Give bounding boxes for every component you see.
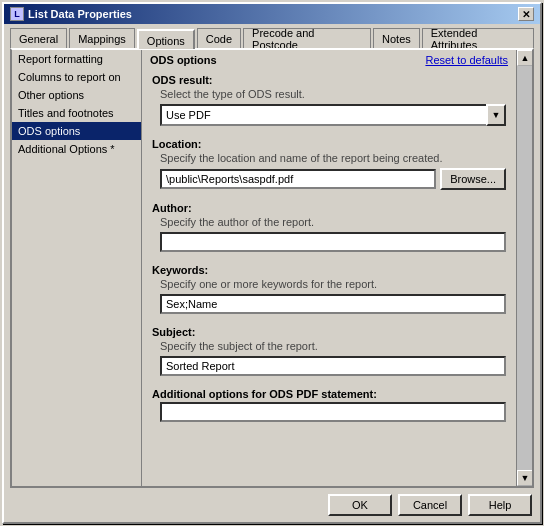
sidebar-item-report-formatting[interactable]: Report formatting [12, 50, 141, 68]
ods-result-select-wrapper: Use PDF Use HTML Use RTF Use Excel ▼ [160, 104, 506, 126]
browse-button[interactable]: Browse... [440, 168, 506, 190]
location-desc: Specify the location and name of the rep… [160, 152, 506, 164]
author-label: Author: [152, 202, 506, 214]
subject-section: Subject: Specify the subject of the repo… [142, 322, 516, 384]
tab-notes[interactable]: Notes [373, 28, 420, 48]
window-title: List Data Properties [28, 8, 132, 20]
location-section: Location: Specify the location and name … [142, 134, 516, 198]
keywords-section: Keywords: Specify one or more keywords f… [142, 260, 516, 322]
reset-defaults-link[interactable]: Reset to defaults [425, 54, 508, 66]
help-button[interactable]: Help [468, 494, 532, 516]
subject-desc: Specify the subject of the report. [160, 340, 506, 352]
keywords-input[interactable] [160, 294, 506, 314]
ods-result-section: ODS result: Select the type of ODS resul… [142, 70, 516, 134]
ods-result-label: ODS result: [152, 74, 506, 86]
author-desc: Specify the author of the report. [160, 216, 506, 228]
title-bar: L List Data Properties ✕ [4, 4, 540, 24]
sidebar-item-ods[interactable]: ODS options [12, 122, 141, 140]
additional-options-input[interactable] [160, 402, 506, 422]
sidebar-item-other[interactable]: Other options [12, 86, 141, 104]
close-button[interactable]: ✕ [518, 7, 534, 21]
sidebar-item-titles[interactable]: Titles and footnotes [12, 104, 141, 122]
author-section: Author: Specify the author of the report… [142, 198, 516, 260]
scroll-up-button[interactable]: ▲ [517, 50, 533, 66]
panel-title: ODS options [150, 54, 217, 66]
window-icon: L [10, 7, 24, 21]
keywords-label: Keywords: [152, 264, 506, 276]
ok-button[interactable]: OK [328, 494, 392, 516]
additional-options-section: Additional options for ODS PDF statement… [142, 384, 516, 430]
keywords-desc: Specify one or more keywords for the rep… [160, 278, 506, 290]
tab-code[interactable]: Code [197, 28, 241, 48]
additional-options-label: Additional options for ODS PDF statement… [152, 388, 506, 400]
subject-label: Subject: [152, 326, 506, 338]
ods-result-desc: Select the type of ODS result. [160, 88, 506, 100]
title-bar-left: L List Data Properties [10, 7, 132, 21]
tab-mappings[interactable]: Mappings [69, 28, 135, 48]
tab-general[interactable]: General [10, 28, 67, 48]
location-input[interactable] [160, 169, 436, 189]
ods-result-select[interactable]: Use PDF Use HTML Use RTF Use Excel [160, 104, 506, 126]
ods-result-row: Use PDF Use HTML Use RTF Use Excel ▼ [160, 104, 506, 126]
location-label: Location: [152, 138, 506, 150]
tab-precode[interactable]: Precode and Postcode [243, 28, 371, 48]
footer: OK Cancel Help [4, 488, 540, 522]
content-area: Report formatting Columns to report on O… [10, 48, 534, 488]
location-row: Browse... [160, 168, 506, 190]
sidebar-item-additional[interactable]: Additional Options * [12, 140, 141, 158]
window: L List Data Properties ✕ General Mapping… [2, 2, 542, 524]
sidebar-item-columns[interactable]: Columns to report on [12, 68, 141, 86]
tab-bar: General Mappings Options Code Precode an… [4, 24, 540, 48]
scroll-down-button[interactable]: ▼ [517, 470, 533, 486]
main-panel: ODS options Reset to defaults ODS result… [142, 50, 516, 486]
scrollbar: ▲ ▼ [516, 50, 532, 486]
cancel-button[interactable]: Cancel [398, 494, 462, 516]
additional-options-row [160, 402, 506, 422]
panel-header: ODS options Reset to defaults [142, 50, 516, 70]
author-row [160, 232, 506, 252]
tab-options[interactable]: Options [137, 29, 195, 49]
keywords-row [160, 294, 506, 314]
sidebar: Report formatting Columns to report on O… [12, 50, 142, 486]
subject-row [160, 356, 506, 376]
scroll-track [517, 66, 532, 470]
tab-extended[interactable]: Extended Attributes [422, 28, 534, 48]
subject-input[interactable] [160, 356, 506, 376]
author-input[interactable] [160, 232, 506, 252]
